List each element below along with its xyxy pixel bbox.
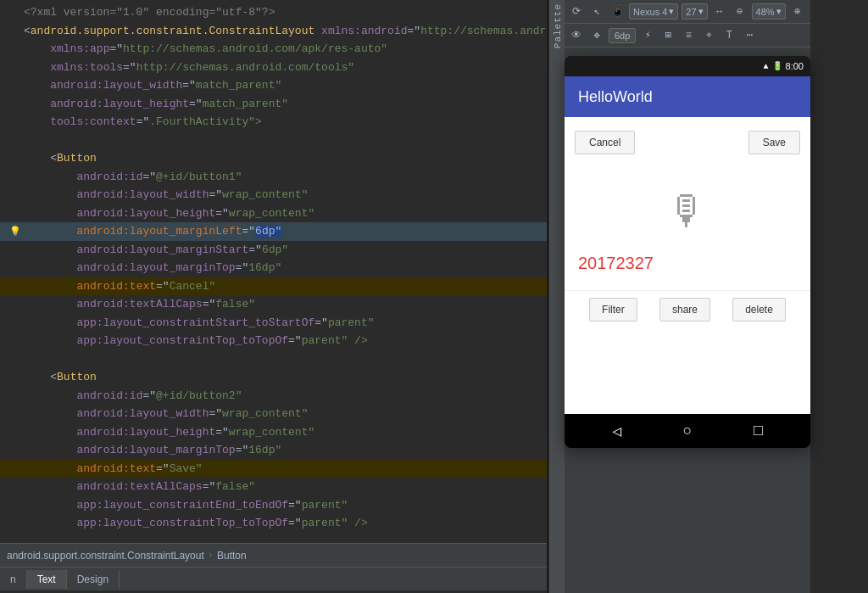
code-content: <?xml version="1.0" encoding="utf-8"?> <… (0, 0, 547, 543)
code-text-tac2: android:textAllCaps="false" (24, 478, 540, 495)
dp-button[interactable]: 6dp (609, 28, 636, 43)
zoom-dropdown[interactable]: 48% ▾ (752, 3, 786, 20)
device-label: Nexus 4 (633, 7, 667, 17)
preview-bottom-buttons: Filter share delete (565, 290, 810, 328)
microphone-icon: 🎙 (667, 188, 708, 237)
code-line-btn2-h: android:layout_height="wrap_content" (0, 423, 547, 442)
code-line-3: xmlns:app="http://schemas.android.com/ap… (0, 40, 547, 59)
code-text-btn2: <Button (24, 369, 540, 386)
code-line-consttop1: app:layout_constraintTop_toTopOf="parent… (0, 332, 547, 350)
code-line-11: android:layout_width="wrap_content" (0, 186, 547, 204)
expand-icon[interactable]: ⊞ (659, 27, 676, 44)
code-line-6: android:layout_height="match_parent" (0, 95, 547, 114)
line-gutter-bulb: 💡 (7, 225, 24, 239)
code-line-text-cancel: android:text="Cancel" (0, 277, 547, 296)
code-text-1: <?xml version="1.0" encoding="utf-8"?> (24, 4, 540, 21)
align-icon[interactable]: ≡ (680, 27, 697, 44)
code-text-ct1: app:layout_constraintTop_toTopOf="parent… (24, 333, 540, 350)
code-text-tc: android:text="Cancel" (24, 278, 540, 295)
code-text-4: xmlns:tools="http://schemas.android.com/… (24, 59, 540, 76)
code-line-blank3 (0, 533, 547, 544)
toolbar-second: 👁 ✥ 6dp ⚡ ⊞ ≡ ⌖ T ⋯ (565, 24, 810, 48)
guide-icon[interactable]: ⌖ (700, 27, 717, 44)
code-text-11: android:layout_width="wrap_content" (24, 187, 540, 204)
code-line-8 (0, 131, 547, 150)
delete-button[interactable]: delete (732, 298, 786, 322)
toolbar-top: ⟳ ↖ 📱 Nexus 4 ▾ 27 ▾ ↔ ⊖ 48% ▾ ⊕ (565, 0, 810, 24)
app-bar: HelloWorld (565, 76, 810, 117)
code-line-btn2: <Button (0, 368, 547, 387)
code-text-b2h: android:layout_height="wrap_content" (24, 424, 540, 441)
more-icon[interactable]: ⋯ (741, 27, 758, 44)
tab-n[interactable]: n (0, 570, 27, 589)
right-sidebar: Palette ⟳ ↖ 📱 Nexus 4 ▾ 27 ▾ ↔ ⊖ 4 (549, 0, 810, 593)
filter-button[interactable]: Filter (589, 298, 637, 322)
code-line-blank2 (0, 350, 547, 369)
tab-text[interactable]: Text (27, 570, 67, 589)
code-text-cs: app:layout_constraintStart_toStartOf="pa… (24, 315, 540, 332)
code-text-b2mt: android:layout_marginTop="16dp" (24, 442, 540, 459)
code-line-4: xmlns:tools="http://schemas.android.com/… (0, 59, 547, 77)
orient-icon[interactable]: ↔ (711, 3, 728, 20)
code-line-10: android:id="@+id/button1" (0, 168, 547, 187)
code-text-mt1: android:layout_marginTop="16dp" (24, 260, 540, 277)
wifi-icon: ▲ (764, 62, 769, 71)
code-text-b2 (24, 351, 540, 368)
refresh-icon[interactable]: ⟳ (568, 3, 585, 20)
bottom-tabs: n Text Design (0, 567, 547, 590)
cursor2-icon[interactable]: ✥ (588, 27, 605, 44)
api-level: 27 (686, 7, 696, 17)
code-text-7: tools:context=".FourthActivity"> (24, 114, 540, 131)
code-text-8 (24, 132, 540, 149)
code-text-ce: app:layout_constraintEnd_toEndOf="parent… (24, 497, 540, 514)
device-status-bar: ▲ 🔋 8:00 (565, 56, 810, 76)
navigation-bar: ◁ ○ □ (565, 414, 810, 448)
code-line-constend: app:layout_constraintEnd_toEndOf="parent… (0, 496, 547, 515)
code-text-6: android:layout_height="match_parent" (24, 96, 540, 113)
code-text-b2w: android:layout_width="wrap_content" (24, 406, 540, 422)
preview-area: ▲ 🔋 8:00 HelloWorld Cancel Save (565, 48, 810, 593)
device-frame: ▲ 🔋 8:00 HelloWorld Cancel Save (565, 56, 810, 448)
code-text-ms: android:layout_marginStart="6dp" (24, 242, 540, 259)
cursor-icon[interactable]: ↖ (588, 3, 605, 20)
nav-back-button[interactable]: ◁ (612, 422, 621, 440)
zoom-level: 48% (756, 7, 775, 17)
nav-home-button[interactable]: ○ (683, 422, 693, 439)
code-line-1: <?xml version="1.0" encoding="utf-8"?> (0, 3, 547, 22)
code-text-b2id: android:id="@+id/button2" (24, 388, 540, 405)
device-dropdown-arrow: ▾ (669, 6, 674, 17)
zoom-in-icon[interactable]: ⊕ (789, 3, 806, 20)
code-text-ts: android:text="Save" (24, 461, 540, 478)
code-line-9: <Button (0, 149, 547, 168)
status-time: 8:00 (786, 61, 804, 71)
code-text-marginleft: android:layout_marginLeft="6dp" (24, 223, 540, 240)
code-line-12: android:layout_height="wrap_content" (0, 204, 547, 223)
device-dropdown[interactable]: Nexus 4 ▾ (629, 3, 678, 20)
app-buttons-row: Cancel Save (565, 117, 810, 154)
battery-icon: 🔋 (772, 61, 782, 71)
code-line-marginstart: android:layout_marginStart="6dp" (0, 241, 547, 260)
code-line-7: tools:context=".FourthActivity"> (0, 113, 547, 131)
code-text-b3 (24, 534, 540, 544)
api-arrow: ▾ (698, 6, 704, 17)
code-text-2: <android.support.constraint.ConstraintLa… (24, 23, 547, 40)
tab-design[interactable]: Design (67, 570, 120, 589)
main-area: <?xml version="1.0" encoding="utf-8"?> <… (0, 0, 868, 593)
api-dropdown[interactable]: 27 ▾ (682, 3, 707, 20)
magnet-icon[interactable]: ⚡ (639, 27, 656, 44)
code-text-tac1: android:textAllCaps="false" (24, 296, 540, 313)
nav-recent-button[interactable]: □ (754, 422, 763, 439)
code-line-text-save: android:text="Save" (0, 460, 547, 478)
cancel-button[interactable]: Cancel (575, 131, 635, 154)
theme-icon[interactable]: ⊖ (732, 3, 748, 20)
save-button[interactable]: Save (748, 131, 800, 154)
code-text-5: android:layout_width="match_parent" (24, 77, 540, 94)
phone-icon[interactable]: 📱 (609, 3, 626, 20)
eye-icon[interactable]: 👁 (568, 27, 585, 44)
text-icon[interactable]: T (721, 27, 737, 44)
code-text-ct2: app:layout_constraintTop_toTopOf="parent… (24, 515, 540, 532)
code-text-12: android:layout_height="wrap_content" (24, 205, 540, 222)
breadcrumb-child: Button (217, 550, 247, 562)
number-display: 20172327 (565, 254, 810, 290)
share-button[interactable]: share (659, 298, 710, 322)
